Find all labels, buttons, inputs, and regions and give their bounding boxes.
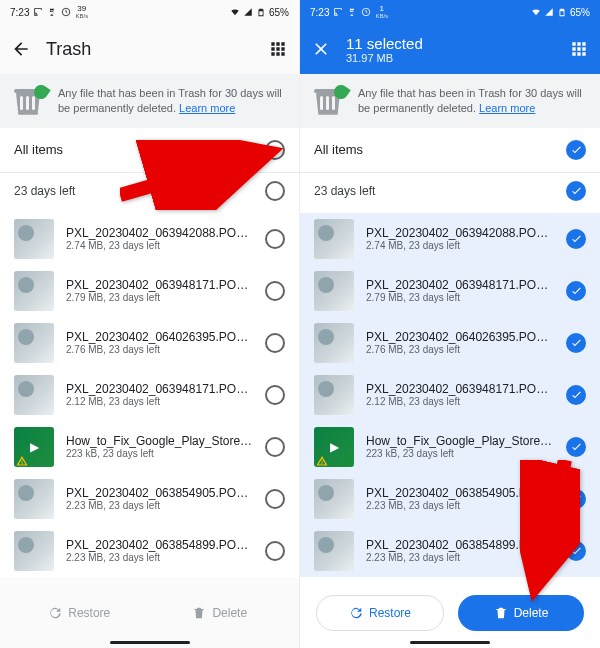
file-subtitle: 2.76 MB, 23 days left: [366, 344, 554, 355]
item-radio[interactable]: [265, 489, 285, 509]
back-button[interactable]: [10, 38, 32, 60]
restore-button[interactable]: Restore: [316, 595, 444, 631]
page-title: Trash: [46, 39, 253, 60]
file-item[interactable]: PXL_20230402_063854899.PORT…2.23 MB, 23 …: [0, 525, 299, 577]
svg-line-3: [535, 460, 565, 588]
file-thumbnail: [314, 271, 354, 311]
item-check[interactable]: [566, 229, 586, 249]
battery-percent: 65%: [269, 7, 289, 18]
file-meta: How_to_Fix_Google_Play_Store_H…223 kB, 2…: [66, 434, 253, 459]
file-name: PXL_20230402_064026395.PORT…: [366, 330, 554, 344]
file-thumbnail: [14, 219, 54, 259]
file-subtitle: 2.76 MB, 23 days left: [66, 344, 253, 355]
item-check[interactable]: [566, 281, 586, 301]
file-list: PXL_20230402_063942088.PORT…2.74 MB, 23 …: [0, 213, 299, 577]
file-name: How_to_Fix_Google_Play_Store_H…: [366, 434, 554, 448]
section-days-left[interactable]: 23 days left: [300, 173, 600, 213]
currency-icon: [47, 7, 57, 17]
restore-button[interactable]: Restore: [16, 595, 143, 631]
trash-icon: [14, 87, 46, 115]
wifi-icon: [230, 7, 240, 17]
select-group-check[interactable]: [566, 181, 586, 201]
status-time: 7:23: [10, 7, 29, 18]
file-item[interactable]: PXL_20230402_063948171.PORTR…2.12 MB, 23…: [0, 369, 299, 421]
status-bar: 7:23 1KB/s 65%: [300, 0, 600, 24]
file-meta: PXL_20230402_063948171.PORTR…2.79 MB, 23…: [66, 278, 253, 303]
file-subtitle: 2.74 MB, 23 days left: [366, 240, 554, 251]
item-radio[interactable]: [265, 437, 285, 457]
file-subtitle: 2.74 MB, 23 days left: [66, 240, 253, 251]
file-subtitle: 2.79 MB, 23 days left: [366, 292, 554, 303]
file-name: PXL_20230402_063854905.PORT…: [66, 486, 253, 500]
battery-icon: [557, 7, 567, 17]
file-thumbnail: [14, 375, 54, 415]
learn-more-link[interactable]: Learn more: [179, 102, 235, 114]
file-item[interactable]: PXL_20230402_063948171.PORTR…2.79 MB, 23…: [0, 265, 299, 317]
file-item[interactable]: PXL_20230402_064026395.PORT…2.76 MB, 23 …: [300, 317, 600, 369]
battery-icon: [256, 7, 266, 17]
file-subtitle: 2.12 MB, 23 days left: [66, 396, 253, 407]
annotation-arrow: [120, 140, 290, 214]
file-name: PXL_20230402_063948171.PORTR…: [366, 382, 554, 396]
file-thumbnail: [314, 375, 354, 415]
item-radio[interactable]: [265, 229, 285, 249]
item-check[interactable]: [566, 333, 586, 353]
delete-button[interactable]: Delete: [157, 595, 284, 631]
learn-more-link[interactable]: Learn more: [479, 102, 535, 114]
cast-icon: [33, 7, 43, 17]
file-thumbnail: [314, 479, 354, 519]
clock-icon: [361, 7, 371, 17]
item-check[interactable]: [566, 385, 586, 405]
file-subtitle: 2.12 MB, 23 days left: [366, 396, 554, 407]
file-subtitle: 223 kB, 23 days left: [66, 448, 253, 459]
item-check[interactable]: [566, 437, 586, 457]
file-name: PXL_20230402_063854899.PORT…: [66, 538, 253, 552]
file-thumbnail: [314, 219, 354, 259]
nav-handle[interactable]: [110, 641, 190, 644]
file-name: How_to_Fix_Google_Play_Store_H…: [66, 434, 253, 448]
select-all-check[interactable]: [566, 140, 586, 160]
grid-view-button[interactable]: [568, 38, 590, 60]
file-name: PXL_20230402_063948171.PORTR…: [66, 382, 253, 396]
item-radio[interactable]: [265, 385, 285, 405]
status-bar: 7:23 39KB/s 65%: [0, 0, 299, 24]
file-meta: PXL_20230402_064026395.PORT…2.76 MB, 23 …: [66, 330, 253, 355]
wifi-icon: [531, 7, 541, 17]
file-subtitle: 2.79 MB, 23 days left: [66, 292, 253, 303]
screenshot-unselected: 7:23 39KB/s 65% Trash Any file that has …: [0, 0, 300, 648]
currency-icon: [347, 7, 357, 17]
file-subtitle: 2.23 MB, 23 days left: [66, 552, 253, 563]
app-bar: Trash: [0, 24, 299, 74]
file-subtitle: 223 kB, 23 days left: [366, 448, 554, 459]
file-meta: PXL_20230402_063948171.PORTR…2.79 MB, 23…: [366, 278, 554, 303]
file-subtitle: 2.23 MB, 23 days left: [66, 500, 253, 511]
status-time: 7:23: [310, 7, 329, 18]
cast-icon: [333, 7, 343, 17]
nav-handle[interactable]: [410, 641, 490, 644]
bottom-bar: Restore Delete: [0, 578, 299, 648]
grid-view-button[interactable]: [267, 38, 289, 60]
file-thumbnail: [314, 531, 354, 571]
section-all-items[interactable]: All items: [300, 128, 600, 172]
file-name: PXL_20230402_064026395.PORT…: [66, 330, 253, 344]
file-thumbnail: [314, 427, 354, 467]
battery-percent: 65%: [570, 7, 590, 18]
file-item[interactable]: PXL_20230402_063854905.PORT…2.23 MB, 23 …: [0, 473, 299, 525]
file-item[interactable]: PXL_20230402_064026395.PORT…2.76 MB, 23 …: [0, 317, 299, 369]
signal-icon: [243, 7, 253, 17]
file-item[interactable]: PXL_20230402_063942088.PORT…2.74 MB, 23 …: [0, 213, 299, 265]
item-radio[interactable]: [265, 333, 285, 353]
file-item[interactable]: How_to_Fix_Google_Play_Store_H…223 kB, 2…: [0, 421, 299, 473]
file-name: PXL_20230402_063942088.PORT…: [66, 226, 253, 240]
file-thumbnail: [14, 323, 54, 363]
selection-size: 31.97 MB: [346, 52, 554, 64]
app-bar: 11 selected 31.97 MB: [300, 24, 600, 74]
file-item[interactable]: PXL_20230402_063948171.PORTR…2.79 MB, 23…: [300, 265, 600, 317]
network-speed: 1KB/s: [375, 5, 388, 19]
close-button[interactable]: [310, 38, 332, 60]
file-meta: PXL_20230402_063942088.PORT…2.74 MB, 23 …: [66, 226, 253, 251]
item-radio[interactable]: [265, 281, 285, 301]
file-item[interactable]: PXL_20230402_063948171.PORTR…2.12 MB, 23…: [300, 369, 600, 421]
item-radio[interactable]: [265, 541, 285, 561]
file-item[interactable]: PXL_20230402_063942088.PORT…2.74 MB, 23 …: [300, 213, 600, 265]
